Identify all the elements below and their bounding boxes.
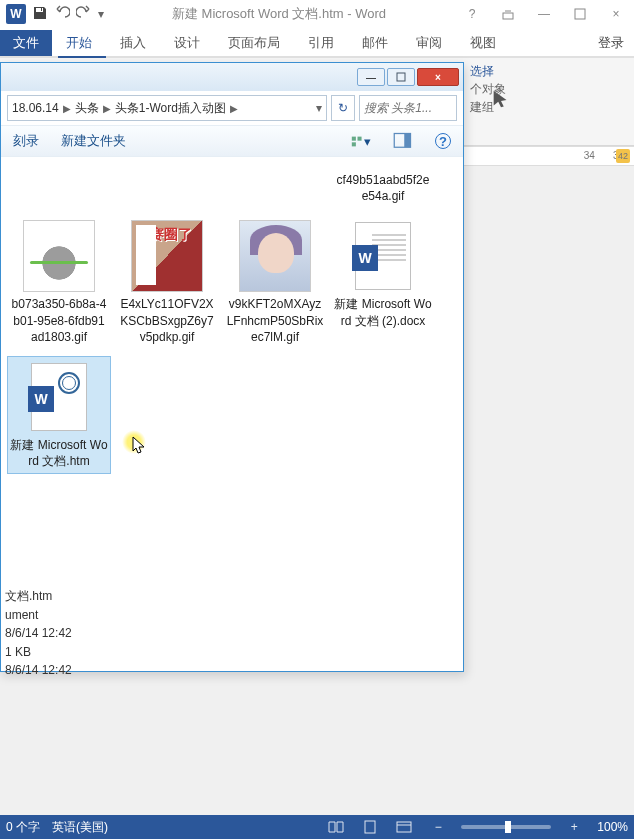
detail-type: ument	[5, 606, 72, 625]
docx-file-icon: W	[355, 222, 411, 290]
ribbon-tabs: 文件 开始 插入 设计 页面布局 引用 邮件 审阅 视图 登录	[0, 28, 634, 56]
tab-mailings[interactable]: 邮件	[348, 30, 402, 56]
tab-view[interactable]: 视图	[456, 30, 510, 56]
tab-references[interactable]: 引用	[294, 30, 348, 56]
help-icon[interactable]: ?	[435, 133, 451, 149]
svg-rect-4	[358, 136, 362, 140]
gif-thumbnail-icon	[23, 220, 95, 292]
maximize-icon[interactable]	[566, 4, 594, 24]
svg-rect-1	[575, 9, 585, 19]
print-layout-icon[interactable]	[359, 818, 381, 836]
ribbon-options-icon[interactable]	[494, 4, 522, 24]
file-tab[interactable]: 文件	[0, 30, 52, 56]
svg-rect-0	[503, 13, 513, 19]
file-name: cf49b51aabd5f2ee54a.gif	[334, 172, 432, 204]
svg-rect-3	[352, 136, 356, 140]
file-explorer-dialog: — × 18.06.14▶ 头条▶ 头条1-Word插入动图▶ ▾ ↻ 刻录 新…	[0, 62, 464, 672]
breadcrumb-item[interactable]: 18.06.14	[12, 101, 59, 115]
breadcrumb-dropdown-icon[interactable]: ▾	[316, 101, 322, 115]
save-icon[interactable]	[32, 5, 48, 24]
file-list[interactable]: cf49b51aabd5f2ee54a.gif b073a350-6b8a-4b…	[1, 157, 463, 507]
explorer-maximize-icon[interactable]	[387, 68, 415, 86]
web-layout-icon[interactable]	[393, 818, 415, 836]
explorer-close-icon[interactable]: ×	[417, 68, 459, 86]
preview-pane-icon[interactable]	[393, 131, 413, 151]
group-label: 建组	[470, 98, 506, 116]
breadcrumb[interactable]: 18.06.14▶ 头条▶ 头条1-Word插入动图▶ ▾	[7, 95, 327, 121]
explorer-address-bar: 18.06.14▶ 头条▶ 头条1-Word插入动图▶ ▾ ↻	[1, 91, 463, 125]
file-item-selected[interactable]: W 新建 Microsoft Word 文档.htm	[7, 356, 111, 474]
zoom-out-icon[interactable]: −	[427, 818, 449, 836]
file-item[interactable]: v9kKFT2oMXAyzLFnhcmP50SbRixec7lM.gif	[223, 215, 327, 350]
detail-size: 1 KB	[5, 643, 72, 662]
zoom-in-icon[interactable]: +	[563, 818, 585, 836]
file-name: b073a350-6b8a-4b01-95e8-6fdb91ad1803.gif	[10, 296, 108, 345]
chevron-right-icon: ▶	[230, 103, 238, 114]
file-item[interactable]: 决赛圈了 E4xLYc11OFV2XKSCbBSxgpZ6y7v5pdkp.gi…	[115, 215, 219, 350]
detail-modified: 8/6/14 12:42	[5, 624, 72, 643]
gif-thumbnail-icon	[239, 220, 311, 292]
explorer-title-bar[interactable]: — ×	[1, 63, 463, 91]
file-name: E4xLYc11OFV2XKSCbBSxgpZ6y7v5pdkp.gif	[118, 296, 216, 345]
editing-group: 选择 个对象 建组	[470, 62, 506, 116]
help-icon[interactable]: ?	[458, 4, 486, 24]
undo-icon[interactable]	[54, 5, 70, 24]
svg-rect-5	[352, 142, 356, 146]
file-name: 新建 Microsoft Word 文档.htm	[10, 437, 108, 469]
refresh-icon[interactable]: ↻	[331, 95, 355, 121]
word-count[interactable]: 0 个字	[6, 819, 40, 836]
file-item[interactable]: W 新建 Microsoft Word 文档 (2).docx	[331, 215, 435, 350]
minimize-icon[interactable]: —	[530, 4, 558, 24]
detail-created: 8/6/14 12:42	[5, 661, 72, 680]
language-status[interactable]: 英语(美国)	[52, 819, 108, 836]
file-name: 新建 Microsoft Word 文档 (2).docx	[334, 296, 432, 328]
tab-insert[interactable]: 插入	[106, 30, 160, 56]
breadcrumb-item[interactable]: 头条	[75, 100, 99, 117]
word-title-bar: W ▾ 新建 Microsoft Word 文档.htm - Word ? — …	[0, 0, 634, 28]
close-icon[interactable]: ×	[602, 4, 630, 24]
quick-access-toolbar: W ▾	[0, 4, 104, 24]
ruler-mark: 34	[584, 150, 595, 161]
svg-rect-9	[365, 821, 375, 833]
chevron-right-icon: ▶	[103, 103, 111, 114]
svg-rect-7	[404, 134, 410, 148]
view-options-icon[interactable]: ▾	[351, 131, 371, 151]
ruler-indicator: 42	[616, 149, 630, 163]
object-label: 个对象	[470, 80, 506, 98]
zoom-level[interactable]: 100%	[597, 820, 628, 834]
tab-layout[interactable]: 页面布局	[214, 30, 294, 56]
status-bar: 0 个字 英语(美国) − + 100%	[0, 815, 634, 839]
read-mode-icon[interactable]	[325, 818, 347, 836]
word-app-icon: W	[6, 4, 26, 24]
window-title: 新建 Microsoft Word 文档.htm - Word	[104, 5, 454, 23]
details-pane: 文档.htm ument 8/6/14 12:42 1 KB 8/6/14 12…	[5, 587, 72, 680]
file-name: v9kKFT2oMXAyzLFnhcmP50SbRixec7lM.gif	[226, 296, 324, 345]
burn-button[interactable]: 刻录	[13, 132, 39, 150]
zoom-slider[interactable]	[461, 825, 551, 829]
detail-name: 文档.htm	[5, 587, 72, 606]
file-item[interactable]: cf49b51aabd5f2ee54a.gif	[331, 167, 435, 209]
explorer-minimize-icon[interactable]: —	[357, 68, 385, 86]
select-label[interactable]: 选择	[470, 62, 506, 80]
svg-rect-10	[397, 822, 411, 832]
search-input[interactable]	[359, 95, 457, 121]
chevron-right-icon: ▶	[63, 103, 71, 114]
htm-file-icon: W	[31, 363, 87, 431]
sign-in-link[interactable]: 登录	[588, 30, 634, 56]
explorer-toolbar: 刻录 新建文件夹 ▾ ?	[1, 125, 463, 157]
tab-design[interactable]: 设计	[160, 30, 214, 56]
redo-icon[interactable]	[76, 5, 92, 24]
tab-home[interactable]: 开始	[52, 30, 106, 56]
breadcrumb-item[interactable]: 头条1-Word插入动图	[115, 100, 226, 117]
new-folder-button[interactable]: 新建文件夹	[61, 132, 126, 150]
gif-thumbnail-icon: 决赛圈了	[131, 220, 203, 292]
tab-review[interactable]: 审阅	[402, 30, 456, 56]
file-item[interactable]: b073a350-6b8a-4b01-95e8-6fdb91ad1803.gif	[7, 215, 111, 350]
svg-rect-2	[397, 73, 405, 81]
